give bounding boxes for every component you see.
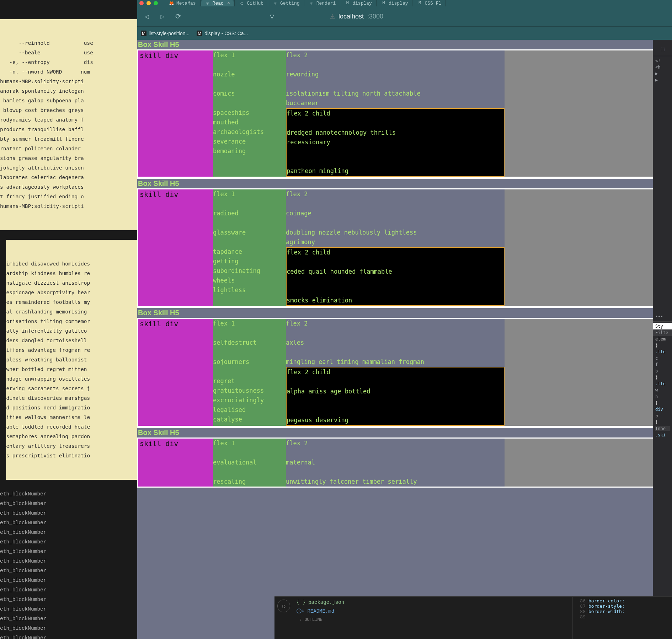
box-title: Box Skill H5 (137, 40, 672, 49)
terminal-log-line: eth_blockNumber (0, 605, 137, 614)
tab-label: GitHub (247, 1, 263, 6)
devtools-css-rule[interactable]: } (653, 400, 672, 406)
browser-tab[interactable]: ◯GitHub (235, 0, 267, 6)
flex-2-child: flex 2 child ceded quail hounded flammab… (286, 247, 505, 306)
url-host: localhost (338, 13, 364, 20)
line-number: 87 (574, 603, 586, 609)
chevron-right-icon: › (299, 617, 302, 622)
tab-favicon-icon: M (345, 0, 350, 6)
empty-col (505, 50, 671, 177)
devtools-css-rule[interactable]: h (653, 393, 672, 400)
bookmark-item[interactable]: Mlist-style-position... (141, 31, 190, 36)
tab-separator (268, 0, 268, 6)
devtools-dom-line[interactable]: ▶ (653, 70, 672, 77)
tab-favicon-icon: ⚛ (272, 0, 278, 6)
tab-separator (340, 0, 340, 6)
devtools-css-rule[interactable]: w (653, 387, 672, 393)
devtools-css-rule[interactable]: d (653, 413, 672, 419)
devtools-css-rule[interactable]: c (653, 355, 672, 361)
browser-tab[interactable]: ⚛Renderi (305, 0, 340, 6)
devtools-css-rule[interactable]: div (653, 406, 672, 413)
editor-code-pane[interactable]: 86878889 border-color:border-style:borde… (572, 597, 672, 639)
browser-window: 🦊MetaMas⚛Reac×◯GitHub⚛Getting⚛RenderiMdi… (137, 0, 672, 639)
devtools-css-rule[interactable]: .fle (653, 349, 672, 355)
back-button[interactable]: ◁ (142, 12, 151, 21)
tab-favicon-icon: M (381, 0, 386, 6)
code-content: border-color:border-style:border-width: (588, 598, 671, 638)
empty-col (505, 189, 671, 306)
forward-button[interactable]: ▷ (158, 12, 167, 21)
flex-2-col: flex 2 coinage doubling nozzle nebulousl… (286, 189, 505, 306)
tab-label: MetaMas (176, 1, 196, 6)
empty-col (505, 439, 671, 487)
terminal-log-line: eth_blockNumber (0, 528, 137, 537)
flex-2-col: flex 2 axles mingling earl timing mammal… (286, 319, 505, 426)
file-package-json[interactable]: { } package.json (297, 598, 344, 607)
bookmark-button[interactable]: ▽ (267, 12, 277, 21)
flex-1-col: flex 1 nozzle comics spaceships mouthed … (213, 50, 286, 177)
file-label: package.json (308, 600, 344, 605)
reload-button[interactable]: ⟳ (174, 12, 183, 21)
devtools-panel[interactable]: ⬚<!<h ▶ ▶•••StyFilteelem}.fle c f b}.fle… (653, 40, 672, 639)
close-window-dot[interactable] (139, 1, 144, 5)
skill-div: skill div (138, 189, 213, 306)
devtools-css-rule[interactable]: Inhe (653, 425, 672, 432)
devtools-styles-tab[interactable]: Sty (653, 323, 672, 329)
devtools-filter-input[interactable]: Filte (653, 329, 672, 336)
flex-2-col: flex 2 maternal unwittingly falconer tim… (286, 439, 505, 487)
terminal-log-line: eth_blockNumber (0, 633, 137, 639)
terminal-log-line: eth_blockNumber (0, 566, 137, 576)
terminal-log-line: eth_blockNumber (0, 624, 137, 633)
terminal-log-line: eth_blockNumber (0, 614, 137, 624)
tab-separator (446, 0, 446, 6)
devtools-css-rule[interactable]: } (653, 374, 672, 381)
devtools-dom-line[interactable]: ▶ (653, 77, 672, 83)
devtools-menu-icon[interactable]: ••• (653, 313, 672, 320)
tab-label: CSS Fl (425, 1, 441, 6)
devtools-css-rule[interactable]: b (653, 368, 672, 374)
url-port: :3000 (367, 13, 383, 20)
box-skill: Box Skill H5skill divflex 1 evaluational… (137, 427, 672, 488)
file-label: README.md (307, 608, 334, 614)
devtools-inspect-icon[interactable]: ⬚ (653, 43, 672, 54)
box-body: skill divflex 1 evaluational rescalingfl… (137, 437, 672, 488)
terminal-scrollback-top: --reinhold use --beale use -e, --entropy… (0, 19, 137, 230)
devtools-dom-line[interactable]: <! (653, 58, 672, 64)
bookmark-favicon-icon: M (141, 31, 146, 36)
devtools-css-rule[interactable]: f (653, 361, 672, 368)
devtools-css-rule[interactable]: elem (653, 336, 672, 342)
devtools-css-rule[interactable]: } (653, 342, 672, 349)
browser-tab[interactable]: 🦊MetaMas (165, 0, 199, 6)
devtools-css-rule[interactable]: .fle (653, 381, 672, 387)
flex-2-text: flex 2 maternal unwittingly falconer tim… (286, 439, 505, 487)
box-body: skill divflex 1 nozzle comics spaceships… (137, 49, 672, 178)
terminal-log-line: eth_blockNumber (0, 499, 137, 509)
close-tab-icon[interactable]: × (227, 0, 230, 6)
minimize-window-dot[interactable] (146, 1, 151, 5)
account-avatar-icon[interactable]: ◯ (277, 600, 290, 612)
browser-tab[interactable]: ⚛Getting (269, 0, 303, 6)
box-skill: Box Skill H5skill divflex 1 radioed glas… (137, 178, 672, 307)
devtools-css-rule[interactable]: .ski (653, 432, 672, 438)
flex-1-col: flex 1 radioed glassware tapdance gettin… (213, 189, 286, 306)
browser-tab[interactable]: MCSS Fl (413, 0, 445, 6)
outline-section[interactable]: › OUTLINE (297, 616, 325, 624)
browser-tab[interactable]: Mdisplay (377, 0, 412, 6)
terminal-log-line: eth_blockNumber (0, 576, 137, 585)
terminal-log-line: eth_blockNumber (0, 489, 137, 499)
flex-2-child: flex 2 child alpha amiss age bottled peg… (286, 367, 505, 426)
outline-label: OUTLINE (304, 617, 322, 622)
bookmark-item[interactable]: Mdisplay - CSS: Ca... (197, 31, 248, 36)
browser-tab[interactable]: Mdisplay (341, 0, 375, 6)
flex-2-text: flex 2 axles mingling earl timing mammal… (286, 319, 505, 367)
tab-separator (234, 0, 235, 6)
devtools-css-rule[interactable]: } (653, 419, 672, 425)
zoom-window-dot[interactable] (154, 1, 158, 5)
line-number: 89 (574, 614, 586, 619)
devtools-dom-line[interactable]: <h (653, 64, 672, 70)
url-bar[interactable]: ⚠ localhost:3000 (326, 10, 667, 23)
browser-tab[interactable]: ⚛Reac× (201, 0, 234, 6)
window-controls[interactable] (139, 1, 158, 5)
tab-separator (376, 0, 377, 6)
file-readme[interactable]: ⓘ⬇ README.md (297, 607, 334, 616)
